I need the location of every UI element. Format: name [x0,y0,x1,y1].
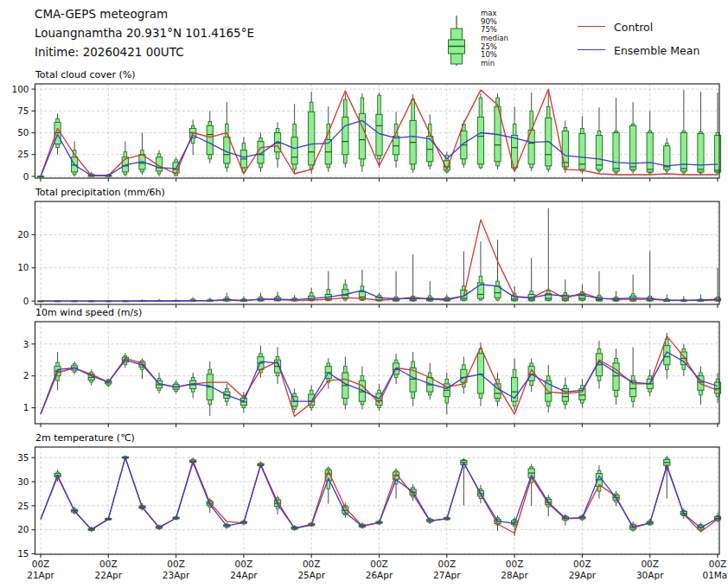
panel-title-cloud: Total cloud cover (%) [35,69,136,80]
svg-text:100: 100 [11,84,29,94]
panel-wind: 123 [23,322,721,427]
svg-text:0: 0 [23,296,29,306]
svg-text:00Z: 00Z [370,559,388,569]
svg-text:00Z: 00Z [573,559,591,569]
panel-title-temp: 2m temperature (℃) [35,432,135,444]
svg-text:22Apr: 22Apr [95,570,123,580]
init-time: Initime: 20260421 00UTC [35,45,184,59]
svg-text:20: 20 [17,524,29,534]
svg-text:75: 75 [17,105,29,116]
svg-text:29Apr: 29Apr [569,570,597,580]
ensemble-mean-line-swatch [578,49,605,50]
svg-text:20: 20 [17,229,29,240]
svg-text:01May: 01May [702,570,728,580]
axis-ticks: 01020 [17,229,718,308]
svg-text:00Z: 00Z [99,559,118,569]
svg-text:27Apr: 27Apr [433,570,461,580]
svg-text:3: 3 [23,339,29,349]
meteogram-figure: 025507510001020123152025303500Z21Apr00Z2… [0,0,728,588]
control-line-swatch [578,26,605,27]
svg-text:15: 15 [17,548,29,559]
boxplot-legend-glyph [439,10,477,73]
legend-label-10pct: 10% [481,51,497,59]
svg-text:28Apr: 28Apr [501,570,528,580]
svg-text:1: 1 [23,402,29,412]
svg-text:2: 2 [23,370,29,380]
svg-text:00Z: 00Z [641,559,659,569]
svg-text:26Apr: 26Apr [366,570,393,580]
panel-temp: 152025303500Z21Apr00Z22Apr00Z23Apr00Z24A… [17,447,728,580]
legend-label-max: max [481,10,497,17]
svg-text:0: 0 [23,171,29,182]
figure-title: CMA-GEPS meteogram [35,7,168,21]
station-location: Louangnamtha 20.931°N 101.4165°E [35,26,254,40]
svg-text:10: 10 [17,262,29,272]
box-plots [54,333,721,416]
svg-text:24Apr: 24Apr [230,570,258,580]
svg-text:30Apr: 30Apr [636,570,664,580]
svg-text:00Z: 00Z [32,559,50,569]
grid [35,201,720,304]
svg-text:21Apr: 21Apr [27,570,54,580]
box-plots [54,456,721,536]
legend-label-median: median [481,35,508,42]
svg-text:00Z: 00Z [506,559,524,569]
svg-text:25Apr: 25Apr [297,570,325,580]
panel-cloud: 0255075100 [11,84,720,182]
panel-title-precip: Total precipitation (mm/6h) [35,187,165,198]
legend-label-min: min [481,60,495,67]
svg-text:23Apr: 23Apr [163,570,190,580]
svg-text:35: 35 [17,452,29,463]
legend-label-75pct: 75% [481,26,497,34]
svg-text:00Z: 00Z [235,559,253,569]
svg-text:30: 30 [17,476,29,487]
x-tick-labels: 00Z21Apr00Z22Apr00Z23Apr00Z24Apr00Z25Apr… [27,559,728,580]
control-legend-label: Control [614,21,653,34]
svg-text:25: 25 [17,501,29,511]
ensemble-mean-legend-label: Ensemble Mean [614,44,699,57]
svg-text:00Z: 00Z [303,559,321,569]
svg-text:25: 25 [17,149,29,159]
meteogram-plot: 025507510001020123152025303500Z21Apr00Z2… [0,0,728,588]
panel-precip: 01020 [17,201,720,308]
svg-text:00Z: 00Z [167,559,185,569]
panel-title-wind: 10m wind speed (m/s) [35,307,142,318]
svg-text:00Z: 00Z [709,559,727,569]
svg-text:50: 50 [17,127,29,137]
svg-text:00Z: 00Z [438,559,457,569]
